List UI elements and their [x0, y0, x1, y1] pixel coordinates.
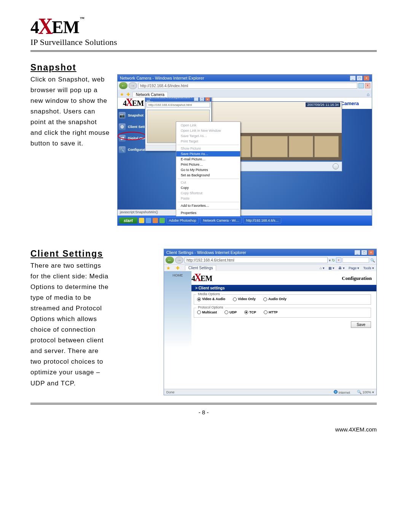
- task-label: Network Camera - Wi…: [203, 219, 239, 222]
- task-item[interactable]: Adobe Photoshop: [166, 217, 199, 224]
- favorites-icon[interactable]: ★: [166, 265, 170, 271]
- radio-option[interactable]: Audio Only: [263, 297, 287, 301]
- search-icon[interactable]: 🔍: [370, 258, 375, 262]
- forward-button[interactable]: →: [175, 257, 183, 264]
- search-input[interactable]: [342, 257, 369, 263]
- logo-tm: ™: [80, 16, 84, 22]
- brand-logo-small: 4 X EM: [191, 273, 212, 284]
- logo-main: 4 X EM ™: [30, 15, 377, 39]
- radio-label: Video & Audio: [202, 297, 225, 301]
- go-icon[interactable]: ↻: [332, 258, 335, 262]
- minimize-button[interactable]: _: [350, 75, 356, 81]
- radio-label: HTTP: [269, 310, 278, 314]
- refresh-button[interactable]: [358, 83, 364, 88]
- popup-min-button[interactable]: _: [194, 97, 199, 101]
- quicklaunch-icon[interactable]: [146, 218, 151, 223]
- media-options-fieldset: Media Options Video & AudioVideo OnlyAud…: [194, 294, 371, 305]
- maximize-button[interactable]: □: [361, 250, 367, 255]
- feeds-icon[interactable]: ▦ ▾: [328, 266, 335, 270]
- radio-option[interactable]: UDP: [225, 310, 237, 315]
- ctx-item[interactable]: Properties: [176, 210, 240, 216]
- ctx-item[interactable]: Go to My Pictures: [176, 167, 240, 173]
- radio-icon: [244, 310, 248, 314]
- header-rule: [30, 50, 377, 52]
- radio-icon: [264, 310, 268, 314]
- popup-titlebar: http://192.168.4.6/snapshot.html - Wi… _…: [145, 97, 211, 102]
- config-label: Configuration: [342, 275, 372, 281]
- ie2-title-text: Client Settings - Windows Internet Explo…: [166, 250, 246, 255]
- section-client-settings: Client Settings There are two settings f…: [30, 249, 377, 395]
- popup-close-button[interactable]: ×: [205, 97, 210, 101]
- ie2-address-bar[interactable]: http://192.168.4.6/client.html: [185, 257, 328, 263]
- ie2-main: 4 X EM Configuration > Client settings M…: [191, 271, 376, 389]
- start-button[interactable]: start: [119, 217, 137, 224]
- quicklaunch-icon[interactable]: [139, 218, 144, 223]
- home-icon[interactable]: ⌂ ▾: [320, 266, 325, 270]
- ctx-item[interactable]: Add to Favorites…: [176, 203, 240, 208]
- ctx-item[interactable]: Print Picture…: [176, 162, 240, 167]
- add-favorite-icon[interactable]: ✚: [126, 92, 130, 97]
- ctx-item: Print Target: [176, 139, 240, 144]
- page-menu[interactable]: Page ▾: [349, 266, 360, 270]
- home-icon[interactable]: ⌂: [367, 92, 370, 97]
- popup-address-input[interactable]: http://192.168.4.6/snapshot.html: [147, 102, 210, 107]
- protocol-options-fieldset: Protocol Options MulticastUDPTCPHTTP: [194, 308, 371, 318]
- camera-icon: 📷: [119, 112, 126, 119]
- snapshot-heading: Snapshot: [30, 62, 377, 73]
- ctx-item: Cut: [176, 180, 240, 185]
- tab-active[interactable]: Network Camera: [132, 92, 168, 97]
- ie-status-bar: javascript:SnapshotWin(): [118, 209, 372, 216]
- task-item[interactable]: http://192.168.4.6/s…: [243, 217, 281, 224]
- ctx-item[interactable]: E-mail Picture…: [176, 157, 240, 162]
- ie2-window-controls: _ □ ×: [354, 250, 374, 255]
- magnify-icon: 🔍: [357, 390, 362, 394]
- maximize-button[interactable]: □: [357, 75, 363, 81]
- save-button[interactable]: Save: [351, 321, 371, 328]
- radio-option[interactable]: Video Only: [233, 297, 256, 301]
- ctx-item: Save Target As…: [176, 133, 240, 139]
- close-button[interactable]: ×: [368, 250, 374, 255]
- ctx-item[interactable]: Save Picture As…: [176, 151, 240, 157]
- ie2-tab[interactable]: Client Settings: [185, 265, 216, 271]
- popup-title-text: http://192.168.4.6/snapshot.html - Wi…: [147, 97, 194, 102]
- favorites-icon[interactable]: ★: [120, 92, 124, 97]
- quicklaunch-icon[interactable]: [153, 218, 158, 223]
- ctx-item[interactable]: Copy: [176, 185, 240, 190]
- brand-x: X: [126, 97, 133, 109]
- quicklaunch-icon[interactable]: [159, 218, 165, 223]
- home-link[interactable]: HOME: [164, 273, 191, 277]
- window-controls: _ □ ×: [350, 75, 370, 81]
- section-snapshot: Snapshot Click on Snapshot, web browser …: [30, 62, 377, 226]
- protocol-radio-row: MulticastUDPTCPHTTP: [197, 310, 368, 315]
- radio-option[interactable]: TCP: [244, 310, 256, 315]
- popup-snapshot-image[interactable]: Open LinkOpen Link in New WindowSave Tar…: [147, 110, 210, 143]
- stop-button[interactable]: ×: [336, 257, 341, 263]
- ie2-address-text: http://192.168.4.6/client.html: [186, 258, 234, 262]
- radio-option[interactable]: Video & Audio: [197, 297, 225, 301]
- media-legend: Media Options: [196, 292, 221, 296]
- logo-4: 4: [30, 17, 39, 37]
- ie-nav-bar: ← → http://192.168.4.6/index.html ×: [118, 81, 372, 90]
- tools-menu[interactable]: Tools ▾: [363, 266, 374, 270]
- radio-label: Audio Only: [268, 297, 287, 301]
- ctrl-audio[interactable]: [333, 163, 339, 169]
- radio-option[interactable]: Multicast: [197, 310, 217, 315]
- footer-rule: [30, 403, 377, 404]
- back-button[interactable]: ←: [166, 257, 174, 264]
- globe-icon: [334, 390, 338, 394]
- stop-button[interactable]: ×: [365, 83, 370, 88]
- task-item[interactable]: Network Camera - Wi…: [200, 217, 242, 224]
- radio-option[interactable]: HTTP: [264, 310, 278, 315]
- page-menu-label: Page: [349, 266, 357, 270]
- ctx-item[interactable]: Set as Background: [176, 173, 240, 178]
- forward-button[interactable]: →: [129, 82, 137, 89]
- minimize-button[interactable]: _: [354, 250, 360, 255]
- ctx-item: Paste: [176, 196, 240, 201]
- radio-icon: [197, 297, 201, 301]
- close-button[interactable]: ×: [363, 75, 370, 81]
- address-bar[interactable]: http://192.168.4.6/index.html: [138, 83, 357, 89]
- popup-max-button[interactable]: □: [199, 97, 204, 101]
- print-icon[interactable]: 🖶 ▾: [338, 266, 345, 270]
- back-button[interactable]: ←: [119, 82, 127, 89]
- add-favorite-icon[interactable]: ✚: [176, 265, 180, 271]
